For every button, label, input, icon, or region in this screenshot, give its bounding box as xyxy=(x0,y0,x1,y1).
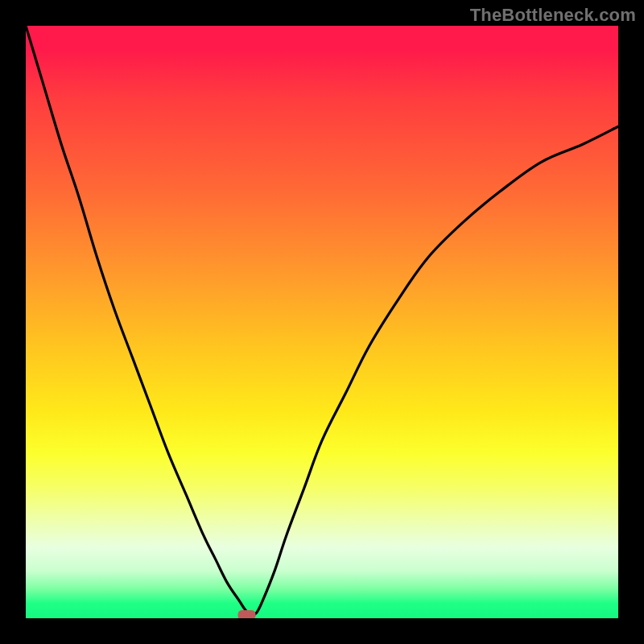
watermark-text: TheBottleneck.com xyxy=(470,5,636,26)
chart-frame: TheBottleneck.com xyxy=(0,0,644,644)
bottleneck-curve xyxy=(26,26,618,616)
minimum-marker xyxy=(238,610,256,618)
chart-plot-area xyxy=(26,26,618,618)
chart-svg xyxy=(26,26,618,618)
